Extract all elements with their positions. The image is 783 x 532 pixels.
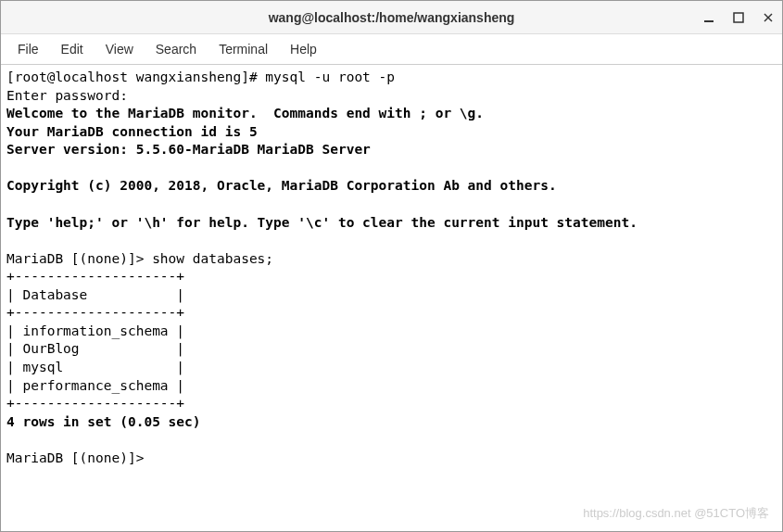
welcome-line-3: Server version: 5.5.60-MariaDB MariaDB S… bbox=[6, 142, 371, 157]
welcome-line-1: Welcome to the MariaDB monitor. Commands… bbox=[6, 106, 484, 120]
menu-search[interactable]: Search bbox=[146, 38, 206, 60]
menu-edit[interactable]: Edit bbox=[52, 38, 93, 60]
result-summary: 4 rows in set (0.05 sec) bbox=[6, 414, 201, 429]
menu-view[interactable]: View bbox=[96, 38, 143, 60]
menubar: File Edit View Search Terminal Help bbox=[1, 34, 782, 65]
menu-help[interactable]: Help bbox=[281, 38, 326, 60]
table-row: | mysql | bbox=[6, 360, 184, 374]
table-row: | OurBlog | bbox=[6, 341, 184, 356]
copyright-line: Copyright (c) 2000, 2018, Oracle, MariaD… bbox=[6, 178, 557, 193]
window-controls bbox=[702, 11, 775, 24]
minimize-button[interactable] bbox=[702, 11, 715, 24]
prompt-line: [root@localhost wangxiansheng]# mysql -u… bbox=[6, 70, 395, 84]
help-line: Type 'help;' or '\h' for help. Type '\c'… bbox=[6, 215, 638, 230]
table-row: | information_schema | bbox=[6, 323, 184, 338]
window-title: wang@localhost:/home/wangxiansheng bbox=[269, 10, 515, 25]
table-border-top: +--------------------+ bbox=[6, 269, 184, 284]
query-prompt-line: MariaDB [(none)]> show databases; bbox=[6, 251, 273, 266]
menu-terminal[interactable]: Terminal bbox=[209, 38, 277, 60]
window-titlebar: wang@localhost:/home/wangxiansheng bbox=[1, 1, 782, 34]
svg-rect-1 bbox=[734, 13, 743, 22]
close-button[interactable] bbox=[762, 11, 775, 24]
table-border-bottom: +--------------------+ bbox=[6, 396, 184, 411]
maximize-button[interactable] bbox=[732, 11, 745, 24]
menu-file[interactable]: File bbox=[8, 38, 48, 60]
table-header: | Database | bbox=[6, 287, 184, 302]
table-row: | performance_schema | bbox=[6, 378, 184, 393]
final-prompt: MariaDB [(none)]> bbox=[6, 450, 144, 465]
welcome-line-2: Your MariaDB connection id is 5 bbox=[6, 124, 258, 139]
terminal-output[interactable]: [root@localhost wangxiansheng]# mysql -u… bbox=[1, 65, 782, 531]
enter-password-line: Enter password: bbox=[6, 88, 128, 103]
table-border-mid: +--------------------+ bbox=[6, 305, 184, 320]
